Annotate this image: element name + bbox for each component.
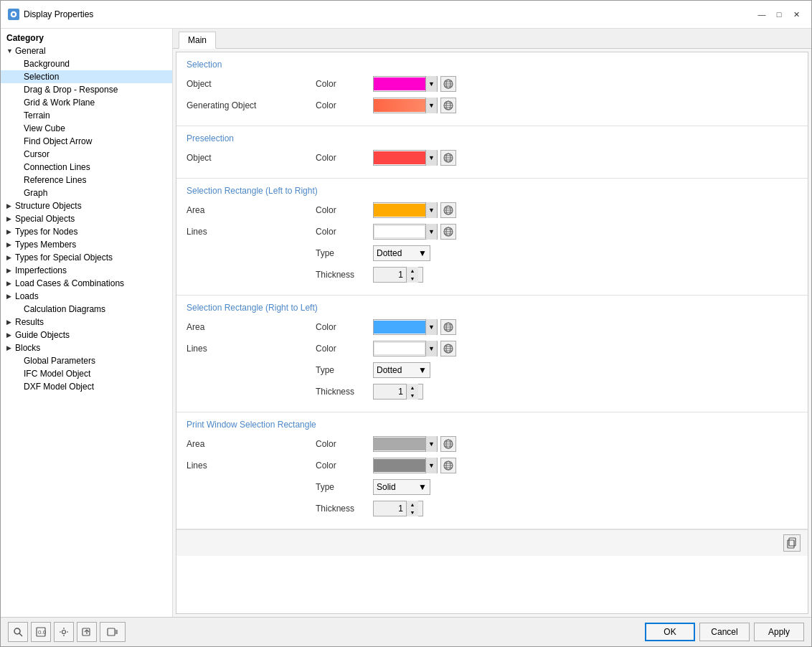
svg-rect-47: [789, 538, 796, 546]
prop-label-lr-area: Area: [187, 205, 316, 215]
rl-lines-globe-button[interactable]: [440, 341, 456, 356]
sidebar-item-grid[interactable]: Grid & Work Plane: [1, 96, 172, 109]
section-print-window: Print Window Selection Rectangle Area Co…: [176, 412, 808, 529]
lr-area-globe-button[interactable]: [440, 202, 456, 218]
sidebar-item-imperfections[interactable]: ▶ Imperfections: [1, 264, 172, 277]
rl-thickness-down-button[interactable]: ▼: [407, 392, 418, 400]
sidebar-item-loads[interactable]: ▶ Loads: [1, 290, 172, 303]
rl-area-globe-button[interactable]: [440, 319, 456, 335]
sidebar-item-calc-diagrams[interactable]: Calculation Diagrams: [1, 303, 172, 316]
prop-label-object: Object: [187, 79, 316, 89]
section-sel-rect-rl: Selection Rectangle (Right to Left) Area…: [176, 296, 808, 412]
cancel-button[interactable]: Cancel: [699, 623, 750, 641]
prop-row-lr-lines: Lines Color ▼: [187, 223, 798, 240]
pw-thickness-down-button[interactable]: ▼: [407, 509, 418, 516]
pw-area-color-dropdown[interactable]: ▼: [373, 436, 438, 452]
sidebar-item-types-nodes[interactable]: ▶ Types for Nodes: [1, 225, 172, 238]
prop-control: ▼: [373, 319, 456, 335]
sidebar-item-viewcube[interactable]: View Cube: [1, 122, 172, 135]
prop-control: ▲ ▼: [373, 501, 423, 516]
sidebar-item-label: IFC Model Object: [15, 369, 90, 379]
pw-thickness-field[interactable]: [374, 504, 406, 514]
export-button[interactable]: [77, 622, 97, 642]
prop-row-lr-area: Area Color ▼: [187, 202, 798, 219]
footer-copy-button[interactable]: [783, 534, 801, 552]
sidebar-item-results[interactable]: ▶ Results: [1, 316, 172, 329]
pw-type-dropdown[interactable]: Solid ▼: [373, 479, 430, 495]
prop-type-thickness: Thickness: [316, 270, 373, 280]
sidebar-item-find-object-arrow[interactable]: Find Object Arrow: [1, 135, 172, 148]
lr-lines-color-dropdown[interactable]: ▼: [373, 224, 438, 240]
lr-thickness-up-button[interactable]: ▲: [407, 267, 418, 275]
lr-area-color-swatch: [374, 204, 425, 217]
sidebar-item-reference-lines[interactable]: Reference Lines: [1, 174, 172, 186]
prop-control: ▲ ▼: [373, 384, 423, 400]
rl-area-color-dropdown[interactable]: ▼: [373, 319, 438, 335]
rl-thickness-up-button[interactable]: ▲: [407, 384, 418, 392]
prop-type-color: Color: [316, 79, 373, 89]
pw-thickness-up-button[interactable]: ▲: [407, 501, 418, 509]
sidebar-item-cursor[interactable]: Cursor: [1, 148, 172, 161]
prop-label-rl-area: Area: [187, 322, 316, 332]
sidebar-item-load-cases[interactable]: ▶ Load Cases & Combinations: [1, 277, 172, 290]
ok-button[interactable]: OK: [645, 623, 695, 641]
sidebar-item-guide-objects[interactable]: ▶ Guide Objects: [1, 329, 172, 341]
maximize-button[interactable]: □: [771, 6, 787, 22]
generating-object-color-dropdown[interactable]: ▼: [373, 98, 438, 113]
sidebar-item-structure-objects[interactable]: ▶ Structure Objects: [1, 199, 172, 212]
prop-type-type: Type: [316, 248, 373, 258]
generating-object-globe-button[interactable]: [440, 98, 456, 113]
sidebar-item-label: Guide Objects: [15, 330, 70, 340]
prop-type-color: Color: [316, 227, 373, 237]
tab-main[interactable]: Main: [179, 32, 216, 49]
rl-lines-color-dropdown[interactable]: ▼: [373, 341, 438, 356]
lr-thickness-field[interactable]: [374, 270, 406, 280]
counter-button[interactable]: 0.0: [31, 622, 51, 642]
presel-globe-button[interactable]: [440, 150, 456, 166]
display-properties-window: Display Properties ― □ ✕ Category ▼ Gene…: [0, 0, 812, 647]
sidebar-item-types-special[interactable]: ▶ Types for Special Objects: [1, 251, 172, 264]
sidebar-item-terrain[interactable]: Terrain: [1, 109, 172, 122]
pw-lines-color-dropdown[interactable]: ▼: [373, 458, 438, 473]
rl-thickness-field[interactable]: [374, 387, 406, 397]
sidebar-item-graph[interactable]: Graph: [1, 186, 172, 199]
sidebar-item-dxf-model[interactable]: DXF Model Object: [1, 380, 172, 393]
settings-button[interactable]: [54, 622, 74, 642]
sidebar-item-general[interactable]: ▼ General: [1, 44, 172, 57]
search-button[interactable]: [8, 622, 28, 642]
sidebar-item-label: Cursor: [24, 149, 49, 159]
sidebar-item-global-params[interactable]: Global Parameters: [1, 354, 172, 367]
prop-control: ▼: [373, 150, 456, 166]
prop-type-color: Color: [316, 322, 373, 332]
pw-area-globe-button[interactable]: [440, 436, 456, 452]
sidebar-item-selection[interactable]: Selection: [1, 70, 172, 83]
presel-object-color-dropdown[interactable]: ▼: [373, 150, 438, 166]
sidebar-item-connection-lines[interactable]: Connection Lines: [1, 161, 172, 174]
sidebar-item-drag-drop[interactable]: Drag & Drop - Response: [1, 83, 172, 96]
sidebar: Category ▼ General Background Selection …: [1, 29, 173, 617]
sidebar-item-types-members[interactable]: ▶ Types Members: [1, 238, 172, 251]
pw-lines-globe-button[interactable]: [440, 458, 456, 473]
lr-type-dropdown[interactable]: Dotted ▼: [373, 245, 430, 261]
prop-row-lr-type: Type Dotted ▼: [187, 245, 798, 262]
menu-button[interactable]: [100, 622, 126, 642]
sidebar-item-ifc-model[interactable]: IFC Model Object: [1, 367, 172, 380]
rl-type-dropdown[interactable]: Dotted ▼: [373, 362, 430, 378]
lr-area-color-dropdown[interactable]: ▼: [373, 202, 438, 218]
object-globe-button[interactable]: [440, 76, 456, 92]
sidebar-item-special-objects[interactable]: ▶ Special Objects: [1, 212, 172, 225]
lr-lines-globe-button[interactable]: [440, 224, 456, 240]
sidebar-item-blocks[interactable]: ▶ Blocks: [1, 341, 172, 354]
minimize-button[interactable]: ―: [754, 6, 770, 22]
dropdown-chevron-icon: ▼: [418, 482, 427, 492]
prop-control: Solid ▼: [373, 479, 430, 495]
sidebar-category-label: Category: [1, 32, 172, 44]
object-color-dropdown[interactable]: ▼: [373, 76, 438, 92]
dropdown-chevron-icon: ▼: [418, 248, 427, 258]
sidebar-item-label: Terrain: [24, 110, 50, 121]
sidebar-item-background[interactable]: Background: [1, 57, 172, 70]
apply-button[interactable]: Apply: [754, 623, 804, 641]
prop-type-color: Color: [316, 153, 373, 163]
close-button[interactable]: ✕: [788, 6, 804, 22]
lr-thickness-down-button[interactable]: ▼: [407, 275, 418, 283]
